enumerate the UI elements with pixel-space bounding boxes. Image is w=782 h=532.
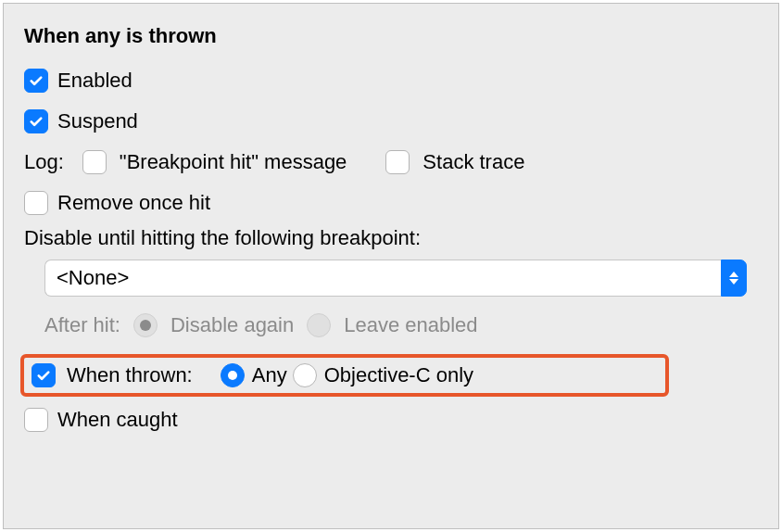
disable-until-select[interactable]: <None>: [44, 260, 747, 297]
disable-again-label: Disable again: [170, 313, 294, 337]
breakpoint-settings-panel: When any is thrown Enabled Suspend Log: …: [3, 3, 779, 529]
remove-once-hit-checkbox[interactable]: [24, 191, 48, 215]
after-hit-group: After hit: Disable again Leave enabled: [44, 313, 754, 337]
after-hit-label: After hit:: [44, 313, 120, 337]
check-icon: [35, 367, 52, 384]
when-thrown-highlight: When thrown: Any Objective-C only: [20, 354, 669, 397]
when-thrown-label: When thrown:: [67, 363, 193, 387]
remove-once-hit-label: Remove once hit: [57, 191, 210, 215]
enabled-label: Enabled: [57, 69, 132, 93]
disable-again-radio: [133, 313, 158, 337]
leave-enabled-label: Leave enabled: [344, 313, 477, 337]
objc-only-label: Objective-C only: [324, 363, 473, 387]
panel-title: When any is thrown: [24, 24, 754, 48]
disable-until-label: Disable until hitting the following brea…: [24, 226, 754, 250]
log-breakpoint-hit-label: "Breakpoint hit" message: [120, 150, 347, 174]
chevron-down-icon: [729, 279, 738, 285]
select-stepper[interactable]: [721, 260, 747, 297]
suspend-checkbox[interactable]: [24, 109, 48, 133]
log-breakpoint-hit-checkbox[interactable]: [82, 150, 107, 174]
any-label: Any: [252, 363, 287, 387]
enabled-checkbox[interactable]: [24, 69, 48, 93]
log-label: Log:: [24, 150, 64, 174]
select-value: <None>: [44, 260, 721, 297]
when-caught-label: When caught: [57, 408, 178, 432]
check-icon: [28, 72, 44, 89]
suspend-label: Suspend: [57, 109, 138, 133]
log-stack-trace-label: Stack trace: [423, 150, 524, 174]
chevron-up-icon: [729, 272, 738, 277]
objc-only-radio[interactable]: [293, 363, 317, 387]
log-stack-trace-checkbox[interactable]: [385, 150, 410, 174]
when-thrown-checkbox[interactable]: [32, 363, 56, 387]
leave-enabled-radio: [307, 313, 331, 337]
check-icon: [28, 113, 44, 130]
any-radio[interactable]: [221, 363, 245, 387]
when-caught-checkbox[interactable]: [24, 408, 48, 432]
